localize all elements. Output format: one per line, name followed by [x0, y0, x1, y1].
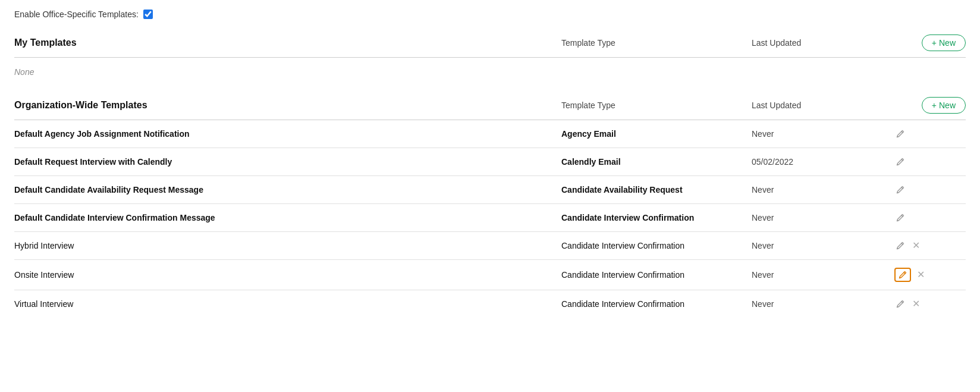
my-templates-new-button[interactable]: + New — [922, 35, 966, 51]
template-last-updated: Never — [752, 299, 894, 309]
org-templates-title: Organization-Wide Templates — [14, 100, 561, 111]
my-templates-section: My Templates Template Type Last Updated … — [14, 29, 966, 86]
plus-icon: + — [932, 38, 937, 48]
template-last-updated: Never — [752, 241, 894, 250]
edit-button[interactable] — [894, 184, 906, 196]
template-name: Default Request Interview with Calendly — [14, 157, 561, 167]
template-last-updated: Never — [752, 213, 894, 222]
template-name: Default Agency Job Assignment Notificati… — [14, 129, 561, 139]
template-last-updated: Never — [752, 185, 894, 195]
table-row: Default Agency Job Assignment Notificati… — [14, 120, 966, 148]
edit-icon — [896, 129, 905, 139]
template-last-updated: 05/02/2022 — [752, 157, 894, 167]
row-actions — [894, 156, 966, 168]
row-actions: ✕ — [894, 240, 966, 252]
row-actions: ✕ — [894, 268, 966, 282]
close-icon: ✕ — [917, 270, 925, 280]
edit-icon — [896, 241, 905, 250]
org-templates-col-updated: Last Updated — [752, 101, 894, 110]
template-type: Calendly Email — [561, 157, 752, 167]
org-templates-header: Organization-Wide Templates Template Typ… — [14, 91, 966, 120]
org-templates-col-type: Template Type — [561, 101, 752, 110]
edit-button[interactable] — [894, 128, 906, 140]
edit-button[interactable] — [894, 268, 911, 282]
enable-row: Enable Office-Specific Templates: — [14, 10, 966, 19]
row-actions: ✕ — [894, 298, 966, 310]
row-actions — [894, 184, 966, 196]
template-type: Candidate Interview Confirmation — [561, 241, 752, 250]
edit-button[interactable] — [894, 240, 906, 252]
template-type: Candidate Availability Request — [561, 185, 752, 195]
template-type: Candidate Interview Confirmation — [561, 270, 752, 280]
row-actions — [894, 212, 966, 224]
edit-button[interactable] — [894, 156, 906, 168]
close-icon: ✕ — [912, 241, 920, 250]
delete-button[interactable]: ✕ — [916, 269, 926, 281]
table-row: Default Request Interview with CalendlyC… — [14, 148, 966, 176]
close-icon: ✕ — [912, 299, 920, 309]
template-name: Onsite Interview — [14, 270, 561, 280]
template-name: Hybrid Interview — [14, 241, 561, 250]
edit-icon — [898, 270, 907, 280]
row-actions — [894, 128, 966, 140]
my-templates-none: None — [14, 58, 966, 86]
template-type: Agency Email — [561, 129, 752, 139]
enable-label: Enable Office-Specific Templates: — [14, 10, 139, 19]
org-templates-section: Organization-Wide Templates Template Typ… — [14, 91, 966, 318]
my-templates-col-updated: Last Updated — [752, 38, 894, 48]
edit-button[interactable] — [894, 298, 906, 310]
template-name: Virtual Interview — [14, 299, 561, 309]
table-row: Default Candidate Availability Request M… — [14, 176, 966, 204]
template-last-updated: Never — [752, 129, 894, 139]
table-row: Onsite InterviewCandidate Interview Conf… — [14, 260, 966, 290]
edit-button[interactable] — [894, 212, 906, 224]
template-last-updated: Never — [752, 270, 894, 280]
edit-icon — [896, 299, 905, 309]
template-type: Candidate Interview Confirmation — [561, 213, 752, 222]
template-type: Candidate Interview Confirmation — [561, 299, 752, 309]
template-name: Default Candidate Availability Request M… — [14, 185, 561, 195]
edit-icon — [896, 157, 905, 167]
edit-icon — [896, 213, 905, 222]
enable-checkbox[interactable] — [143, 10, 153, 19]
table-row: Default Candidate Interview Confirmation… — [14, 204, 966, 232]
delete-button[interactable]: ✕ — [911, 240, 921, 252]
plus-icon: + — [932, 101, 937, 110]
delete-button[interactable]: ✕ — [911, 298, 921, 310]
table-row: Virtual InterviewCandidate Interview Con… — [14, 290, 966, 318]
edit-icon — [896, 185, 905, 195]
org-template-rows: Default Agency Job Assignment Notificati… — [14, 120, 966, 318]
my-templates-title: My Templates — [14, 37, 561, 48]
my-templates-header: My Templates Template Type Last Updated … — [14, 29, 966, 58]
template-name: Default Candidate Interview Confirmation… — [14, 213, 561, 222]
my-templates-col-type: Template Type — [561, 38, 752, 48]
org-templates-new-button[interactable]: + New — [922, 97, 966, 114]
table-row: Hybrid InterviewCandidate Interview Conf… — [14, 232, 966, 260]
